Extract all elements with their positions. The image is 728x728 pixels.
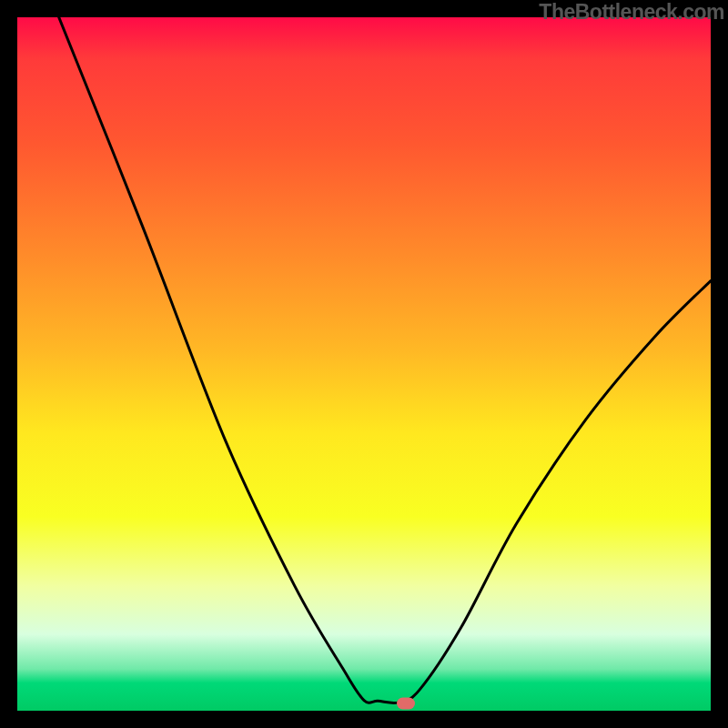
optimal-point-marker	[397, 698, 415, 710]
chart-container: TheBottleneck.com	[0, 0, 728, 728]
plot-area	[17, 17, 711, 711]
attribution-label: TheBottleneck.com	[535, 0, 728, 24]
bottleneck-curve	[17, 17, 711, 711]
